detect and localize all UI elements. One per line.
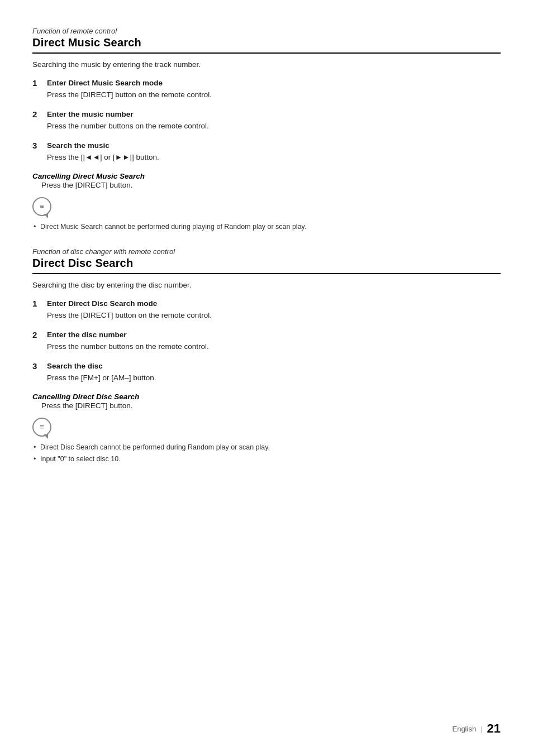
page-footer: English | 21 xyxy=(452,721,501,736)
footer-divider: | xyxy=(480,725,482,733)
step-desc: Press the [|◄◄] or [►►|] button. xyxy=(47,152,159,164)
section2-label: Function of disc changer with remote con… xyxy=(32,247,501,256)
step-title: Search the disc xyxy=(47,361,156,372)
step-content: Enter the disc number Press the number b… xyxy=(47,329,209,353)
step-number: 3 xyxy=(32,140,44,151)
note-item: Direct Disc Search cannot be performed d… xyxy=(32,442,501,453)
section-direct-music-search: Function of remote control Direct Music … xyxy=(32,27,501,232)
step-desc: Press the [DIRECT] button on the remote … xyxy=(47,89,212,101)
section-direct-disc-search: Function of disc changer with remote con… xyxy=(32,247,501,464)
step-content: Search the music Press the [|◄◄] or [►►|… xyxy=(47,140,159,164)
section2-notes: Direct Disc Search cannot be performed d… xyxy=(32,442,501,465)
footer-language: English xyxy=(452,725,476,733)
section2-note-icon: ≡ xyxy=(32,418,501,439)
section2-intro: Searching the disc by entering the disc … xyxy=(32,281,501,289)
section2-cancel: Cancelling Direct Disc Search Press the … xyxy=(32,392,501,410)
step-number: 3 xyxy=(32,361,44,372)
step-desc: Press the number buttons on the remote c… xyxy=(47,121,209,132)
section2-title: Direct Disc Search xyxy=(32,257,501,274)
section1-note-icon: ≡ xyxy=(32,197,501,218)
section1-cancel: Cancelling Direct Music Search Press the… xyxy=(32,171,501,189)
note-item: Input "0" to select disc 10. xyxy=(32,454,501,465)
step-title: Enter Direct Disc Search mode xyxy=(47,298,212,310)
note-icon: ≡ xyxy=(32,197,51,216)
step-item: 3 Search the music Press the [|◄◄] or [►… xyxy=(32,140,501,164)
step-desc: Press the number buttons on the remote c… xyxy=(47,341,209,353)
step-title: Search the music xyxy=(47,140,159,152)
step-title: Enter the music number xyxy=(47,109,209,121)
step-item: 1 Enter Direct Music Search mode Press t… xyxy=(32,78,501,101)
step-desc: Press the [FM+] or [AM–] button. xyxy=(47,372,156,384)
step-title: Enter the disc number xyxy=(47,329,209,341)
step-number: 2 xyxy=(32,109,44,120)
footer-page-number: 21 xyxy=(487,721,501,736)
step-item: 1 Enter Direct Disc Search mode Press th… xyxy=(32,298,501,322)
note-item: Direct Music Search cannot be performed … xyxy=(32,222,501,232)
step-number: 1 xyxy=(32,298,44,309)
page-content: Function of remote control Direct Music … xyxy=(0,0,533,524)
step-number: 1 xyxy=(32,78,44,89)
section1-label: Function of remote control xyxy=(32,27,501,35)
note-icon: ≡ xyxy=(32,418,51,437)
cancel-desc: Press the [DIRECT] button. xyxy=(41,401,133,410)
cancel-desc: Press the [DIRECT] button. xyxy=(41,181,133,189)
cancel-title: Cancelling Direct Music Search xyxy=(32,172,145,180)
step-content: Enter the music number Press the number … xyxy=(47,109,209,132)
step-content: Enter Direct Disc Search mode Press the … xyxy=(47,298,212,322)
section1-title: Direct Music Search xyxy=(32,36,501,54)
section1-intro: Searching the music by entering the trac… xyxy=(32,60,501,69)
step-title: Enter Direct Music Search mode xyxy=(47,78,212,89)
step-item: 2 Enter the disc number Press the number… xyxy=(32,329,501,353)
step-content: Search the disc Press the [FM+] or [AM–]… xyxy=(47,361,156,384)
step-number: 2 xyxy=(32,329,44,341)
section1-steps: 1 Enter Direct Music Search mode Press t… xyxy=(32,78,501,164)
step-content: Enter Direct Music Search mode Press the… xyxy=(47,78,212,101)
section2-steps: 1 Enter Direct Disc Search mode Press th… xyxy=(32,298,501,384)
section1-notes: Direct Music Search cannot be performed … xyxy=(32,222,501,232)
step-item: 3 Search the disc Press the [FM+] or [AM… xyxy=(32,361,501,384)
step-item: 2 Enter the music number Press the numbe… xyxy=(32,109,501,132)
step-desc: Press the [DIRECT] button on the remote … xyxy=(47,310,212,322)
cancel-title: Cancelling Direct Disc Search xyxy=(32,393,139,401)
